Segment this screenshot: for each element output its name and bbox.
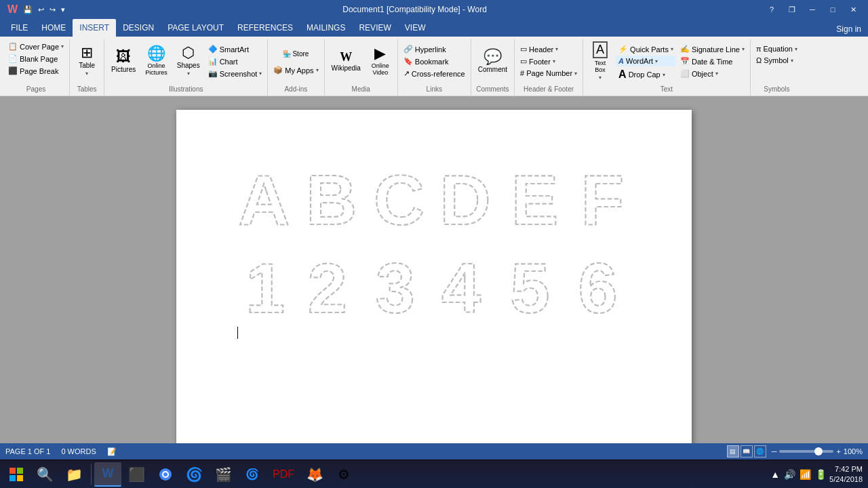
online-video-button[interactable]: ▶ OnlineVideo <box>366 41 395 81</box>
store-icon: 🏪 <box>283 50 291 58</box>
read-mode-button[interactable]: 📖 <box>741 445 753 458</box>
table-arrow: ▾ <box>85 70 88 77</box>
store-button[interactable]: 🏪 Store <box>271 43 321 64</box>
media-button[interactable]: 🎬 <box>210 462 237 487</box>
maximize-button[interactable]: □ <box>823 3 842 16</box>
wikipedia-button[interactable]: W Wikipedia <box>328 41 365 81</box>
chrome-button[interactable] <box>152 462 179 487</box>
wordart-button[interactable]: A WordArt▾ <box>616 56 676 66</box>
text-label: Text <box>586 84 747 94</box>
minimize-button[interactable]: ─ <box>803 3 822 16</box>
object-button[interactable]: ⬜ Object▾ <box>677 68 747 79</box>
tab-mailings[interactable]: MAILINGS <box>300 19 352 37</box>
equation-button[interactable]: π Equation▾ <box>753 43 800 54</box>
object-arrow: ▾ <box>715 70 718 77</box>
undo-qa-icon[interactable]: ↩ <box>36 4 46 16</box>
online-pictures-button[interactable]: 🌐 OnlinePictures <box>141 41 172 81</box>
cross-reference-button[interactable]: ↗ Cross-reference <box>401 68 468 79</box>
system-clock[interactable]: 7:42 PM 5/24/2018 <box>829 464 863 484</box>
date-time-button[interactable]: 📅 Date & Time <box>677 56 747 67</box>
signature-line-button[interactable]: ✍ Signature Line▾ <box>677 43 747 55</box>
letters-row-2: 1 2 3 4 5 6 <box>234 245 634 320</box>
settings-button2[interactable]: ⚙ <box>330 462 357 487</box>
tray-arrow-icon[interactable]: ▲ <box>770 469 780 480</box>
file-explorer-button[interactable]: 📁 <box>60 462 88 487</box>
tab-references[interactable]: REFERENCES <box>231 19 300 37</box>
customize-qa-icon[interactable]: ▾ <box>59 4 67 16</box>
network-icon[interactable]: 📶 <box>800 469 811 480</box>
comment-button[interactable]: 💬 Comment <box>474 41 511 81</box>
text-box-button[interactable]: A TextBox▾ <box>586 41 614 81</box>
volume-icon[interactable]: 🔊 <box>784 469 795 480</box>
blank-page-button[interactable]: 📄 Blank Page <box>5 53 66 64</box>
wordart-icon: A <box>618 57 624 65</box>
search-button[interactable]: 🔍 <box>31 462 59 487</box>
document-page[interactable]: A B C D E F <box>176 110 692 443</box>
firefox-button[interactable]: 🦊 <box>301 462 329 487</box>
browser3-button[interactable]: 🌀 <box>239 462 266 487</box>
smartart-button[interactable]: 🔷 SmartArt <box>205 43 265 55</box>
svg-text:4: 4 <box>441 248 481 327</box>
footer-button[interactable]: ▭ Footer▾ <box>517 56 580 67</box>
shapes-button[interactable]: ⬡ Shapes▾ <box>173 41 204 81</box>
table-icon: ⊞ <box>81 45 93 60</box>
page-number-arrow: ▾ <box>574 70 577 77</box>
task-view-button[interactable]: ⬛ <box>123 462 151 487</box>
cover-page-button[interactable]: 📋 Cover Page▾ <box>5 41 66 52</box>
zoom-minus-icon[interactable]: ─ <box>772 447 777 455</box>
text-cursor <box>237 327 238 339</box>
tab-insert[interactable]: INSERT <box>73 19 116 37</box>
quick-parts-button[interactable]: ⚡ Quick Parts▾ <box>616 43 676 55</box>
bookmark-button[interactable]: 🔖 Bookmark <box>401 56 468 67</box>
page-break-button[interactable]: ⬛ Page Break <box>5 65 66 77</box>
comments-group-content: 💬 Comment <box>474 41 511 84</box>
symbols-group-content: π Equation▾ Ω Symbol▾ <box>753 41 800 84</box>
save-qa-icon[interactable]: 💾 <box>21 4 35 16</box>
pages-label: Pages <box>5 84 66 94</box>
symbol-button[interactable]: Ω Symbol▾ <box>753 55 800 66</box>
tab-page-layout[interactable]: PAGE LAYOUT <box>161 19 231 37</box>
proofing-icon[interactable]: 📝 <box>107 447 117 456</box>
web-layout-button[interactable]: 🌐 <box>754 445 766 458</box>
redo-qa-icon[interactable]: ↪ <box>47 4 58 16</box>
word-logo-icon: W <box>5 2 20 17</box>
pdf-button[interactable]: PDF <box>267 462 300 487</box>
my-apps-button[interactable]: 📦 My Apps▾ <box>271 64 321 76</box>
ribbon-group-illustrations: 🖼 Pictures 🌐 OnlinePictures ⬡ Shapes▾ 🔷 … <box>104 39 268 96</box>
ribbon-group-header-footer: ▭ Header▾ ▭ Footer▾ # Page Number▾ Heade… <box>515 39 583 96</box>
tab-home[interactable]: HOME <box>35 19 73 37</box>
page-number-button[interactable]: # Page Number▾ <box>517 68 580 79</box>
help-button[interactable]: ? <box>762 3 781 16</box>
online-video-icon: ▶ <box>374 46 386 61</box>
taskbar-right: ▲ 🔊 📶 🔋 7:42 PM 5/24/2018 <box>770 464 865 484</box>
tab-design[interactable]: DESIGN <box>116 19 161 37</box>
zoom-plus-icon[interactable]: + <box>836 447 840 455</box>
tab-review[interactable]: REVIEW <box>352 19 397 37</box>
clock-time: 7:42 PM <box>829 464 863 474</box>
sign-in-button[interactable]: Sign in <box>829 22 868 37</box>
browser2-button[interactable]: 🌀 <box>180 462 208 487</box>
close-button[interactable]: ✕ <box>844 3 863 16</box>
header-button[interactable]: ▭ Header▾ <box>517 43 580 55</box>
tab-file[interactable]: FILE <box>4 19 35 37</box>
hyperlink-button[interactable]: 🔗 Hyperlink <box>401 43 468 55</box>
dashed-letters-container: A B C D E F <box>210 157 658 333</box>
zoom-slider[interactable] <box>779 450 833 453</box>
status-bar: PAGE 1 OF 1 0 WORDS 📝 ▤ 📖 🌐 ─ + 100% <box>0 443 868 460</box>
online-pictures-icon: 🌐 <box>147 46 165 61</box>
chart-button[interactable]: 📊 Chart <box>205 56 265 67</box>
pictures-button[interactable]: 🖼 Pictures <box>107 41 140 81</box>
battery-icon[interactable]: 🔋 <box>815 469 827 480</box>
title-bar-left: W 💾 ↩ ↪ ▾ <box>5 2 67 17</box>
tab-view[interactable]: VIEW <box>398 19 433 37</box>
print-layout-button[interactable]: ▤ <box>727 445 739 458</box>
signature-line-icon: ✍ <box>680 45 690 54</box>
ribbon-group-comments: 💬 Comment Comments <box>471 39 515 96</box>
drop-cap-button[interactable]: A Drop Cap▾ <box>616 67 676 82</box>
word-taskbar-button[interactable]: W <box>94 462 121 487</box>
screenshot-button[interactable]: 📷 Screenshot▾ <box>205 68 265 79</box>
restore-button[interactable]: ❐ <box>783 3 802 16</box>
document-area[interactable]: A B C D E F <box>0 96 868 443</box>
table-button[interactable]: ⊞ Table▾ <box>73 41 101 81</box>
start-button[interactable] <box>3 462 30 487</box>
